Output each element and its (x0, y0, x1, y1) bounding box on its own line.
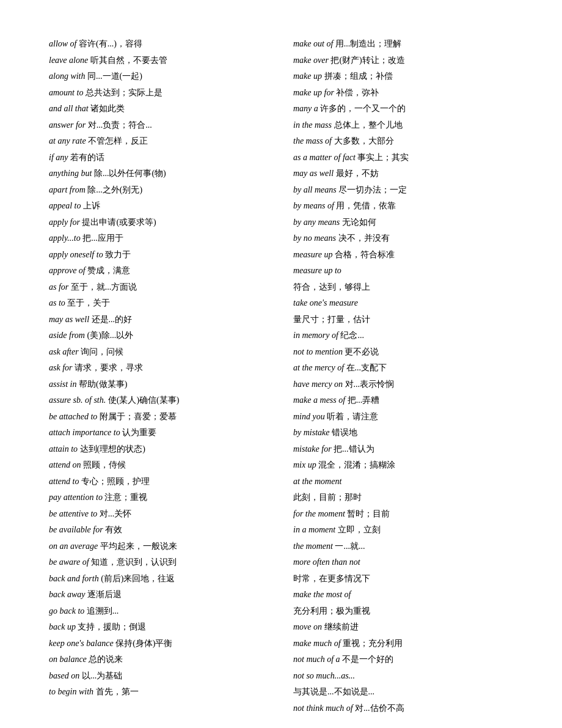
list-item: not to mention 更不必说 (293, 345, 513, 360)
entry-chinese: 帮助(做某事) (77, 380, 128, 389)
entry-chinese: 提出申请(或要求等) (80, 218, 156, 227)
list-item: go back to 追溯到... (49, 604, 269, 619)
entry-chinese: 听着，请注意 (325, 412, 379, 421)
entry-chinese: 合格，符合标准 (332, 250, 395, 259)
list-item: the mass of 大多数，大部分 (293, 134, 513, 149)
entry-english: attend to (49, 477, 79, 486)
entry-english: by all means (293, 185, 337, 194)
entry-english: back and forth (49, 574, 99, 583)
entry-chinese: 至于，关于 (65, 298, 111, 307)
entry-chinese: 支持，援助；倒退 (76, 622, 147, 631)
entry-english: and all that (49, 104, 89, 113)
entry-english: ask after (49, 347, 79, 356)
list-item: approve of 赞成，满意 (49, 263, 269, 279)
list-item: apply oneself to 致力于 (49, 248, 269, 263)
list-item: if any 若有的话 (49, 150, 269, 166)
entry-english: ask for (49, 363, 73, 372)
entry-english: attain to (49, 444, 78, 454)
entry-english: make a mess of (293, 395, 345, 405)
entry-chinese: 在...支配下 (344, 363, 387, 372)
entry-chinese: 总共达到；实际上是 (83, 88, 162, 97)
entry-chinese: 上诉 (81, 201, 101, 210)
list-item: attend on 照顾，侍候 (49, 458, 269, 473)
list-item: ask for 请求，要求，寻求 (49, 361, 269, 376)
entry-english: apart from (49, 185, 86, 194)
entry-chinese: 事实上；其实 (356, 153, 409, 162)
entry-english: make up for (293, 88, 334, 97)
list-item: not think much of 对...估价不高 (293, 701, 513, 716)
entry-english: not much of a (293, 655, 340, 664)
right-column: make out of 用...制造出；理解make over 把(财产)转让；… (293, 37, 513, 717)
entry-english: make up (293, 72, 322, 81)
entry-english: to begin with (49, 687, 93, 696)
entry-english: if any (49, 153, 68, 162)
entry-english: based on (49, 671, 79, 680)
list-item: 此刻，目前；那时 (293, 490, 513, 506)
list-item: attach importance to 认为重要 (49, 425, 269, 441)
entry-english-only: measure up to (293, 266, 341, 275)
list-item: assure sb. of sth. 使(某人)确信(某事) (49, 393, 269, 408)
list-item: apart from 除...之外(别无) (49, 183, 269, 198)
entry-english: the moment (293, 542, 333, 551)
entry-english: in a moment (293, 525, 335, 534)
entry-chinese: 无论如何 (340, 218, 376, 227)
entry-chinese: 立即，立刻 (335, 525, 381, 534)
entry-english: as for (49, 282, 68, 292)
entry-english: by any means (293, 218, 340, 227)
entry-chinese: 更不必说 (343, 347, 379, 356)
entry-english-only: make the most of (293, 590, 351, 599)
entry-chinese: 有效 (103, 525, 123, 534)
list-item: make much of 重视；充分利用 (293, 636, 513, 652)
list-item: mix up 混全，混淆；搞糊涂 (293, 458, 513, 473)
list-item: apply for 提出申请(或要求等) (49, 215, 269, 230)
list-item: mistake for 把...错认为 (293, 442, 513, 457)
entry-english: in memory of (293, 331, 338, 340)
list-item: be attentive to 对...关怀 (49, 507, 269, 522)
entry-chinese: 听其自然，不要去管 (88, 56, 167, 65)
entry-chinese: 对...估价不高 (353, 704, 404, 713)
list-item: by mistake 错误地 (293, 425, 513, 441)
entry-chinese: 认为重要 (120, 428, 157, 437)
entry-chinese: 首先，第一 (93, 687, 139, 696)
entry-chinese: 混全，混淆；搞糊涂 (316, 460, 396, 469)
entry-chinese: 对...负责；符合... (86, 120, 152, 130)
entry-english: as a matter of fact (293, 153, 356, 162)
entry-chinese: 照顾，侍候 (81, 460, 126, 469)
list-item: the moment 一...就... (293, 539, 513, 554)
entry-chinese: 用...制造出；理解 (333, 39, 401, 48)
entry-english: aside from (49, 331, 85, 340)
entry-english: in the mass (293, 120, 332, 130)
list-item: more often than not (293, 555, 513, 570)
entry-english: not think much of (293, 704, 353, 713)
entry-chinese: 错误地 (329, 428, 357, 437)
entry-english: make over (293, 56, 329, 65)
entry-chinese: 知道，意识到，认识到 (89, 557, 177, 567)
entry-chinese: 补偿，弥补 (334, 88, 379, 97)
list-item: to begin with 首先，第一 (49, 685, 269, 700)
list-item: appeal to 上诉 (49, 199, 269, 214)
entry-english: not to mention (293, 347, 343, 356)
entry-english: appeal to (49, 201, 81, 210)
left-column: allow of 容许(有...)，容得leave alone 听其自然，不要去… (49, 37, 269, 717)
entry-chinese-only: 此刻，目前；那时 (293, 493, 362, 502)
entry-chinese: 对...关怀 (97, 509, 131, 518)
entry-chinese: 容许(有...)，容得 (77, 39, 142, 48)
entry-english: mind you (293, 412, 325, 421)
entry-english: the mass of (293, 136, 332, 145)
list-item: anything but 除...以外任何事(物) (49, 166, 269, 182)
entry-english: leave alone (49, 56, 88, 65)
list-item: may as well 还是...的好 (49, 312, 269, 328)
entry-chinese: 使(某人)确信(某事) (106, 395, 179, 405)
list-item: answer for 对...负责；符合... (49, 118, 269, 133)
list-item: by any means 无论如何 (293, 215, 513, 230)
entry-english: attach importance to (49, 428, 120, 437)
entry-chinese: 专心；照顾，护理 (79, 477, 150, 486)
entry-chinese-only: 时常，在更多情况下 (293, 574, 370, 583)
entry-chinese: 把...应用于 (81, 233, 123, 243)
list-item: make the most of (293, 587, 513, 603)
list-item: may as well 最好，不妨 (293, 166, 513, 182)
entry-chinese: (前后)来回地，往返 (99, 574, 175, 583)
list-item: by means of 用，凭借，依靠 (293, 199, 513, 214)
entry-chinese: 把(财产)转让；改造 (329, 56, 405, 65)
entry-chinese: 追溯到... (84, 606, 119, 616)
